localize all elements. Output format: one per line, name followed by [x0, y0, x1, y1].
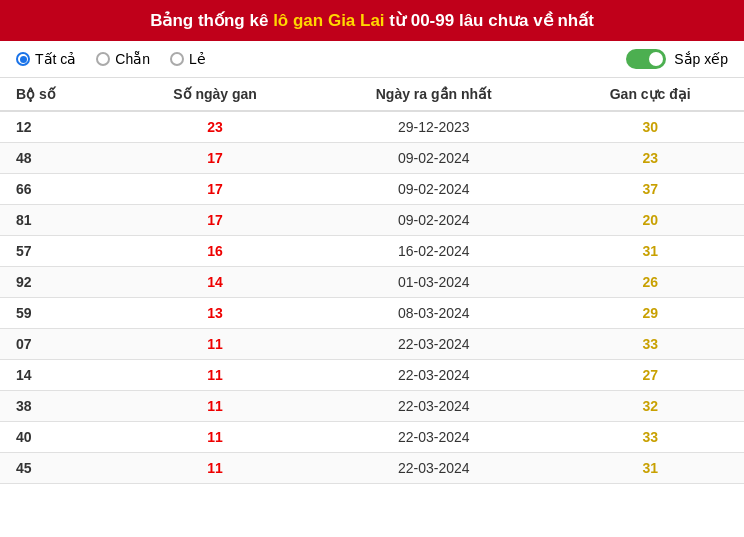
cell-so-ngay-gan: 11	[119, 329, 311, 360]
cell-bo-so: 66	[0, 174, 119, 205]
cell-ngay-ra: 09-02-2024	[311, 205, 557, 236]
cell-so-ngay-gan: 13	[119, 298, 311, 329]
cell-ngay-ra: 09-02-2024	[311, 143, 557, 174]
cell-ngay-ra: 09-02-2024	[311, 174, 557, 205]
table-row: 481709-02-202423	[0, 143, 744, 174]
cell-bo-so: 48	[0, 143, 119, 174]
cell-gan-cuc-dai: 31	[556, 453, 744, 484]
table-header-row: Bộ số Số ngày gan Ngày ra gần nhất Gan c…	[0, 78, 744, 111]
cell-ngay-ra: 22-03-2024	[311, 453, 557, 484]
cell-ngay-ra: 22-03-2024	[311, 329, 557, 360]
cell-so-ngay-gan: 11	[119, 422, 311, 453]
toggle-container: Sắp xếp	[626, 49, 728, 69]
cell-so-ngay-gan: 17	[119, 205, 311, 236]
radio-tat-ca[interactable]	[16, 52, 30, 66]
cell-gan-cuc-dai: 27	[556, 360, 744, 391]
cell-gan-cuc-dai: 26	[556, 267, 744, 298]
cell-bo-so: 92	[0, 267, 119, 298]
cell-gan-cuc-dai: 33	[556, 422, 744, 453]
cell-gan-cuc-dai: 31	[556, 236, 744, 267]
table-row: 122329-12-202330	[0, 111, 744, 143]
cell-gan-cuc-dai: 37	[556, 174, 744, 205]
filter-le-label: Lẻ	[189, 51, 206, 67]
cell-gan-cuc-dai: 29	[556, 298, 744, 329]
cell-bo-so: 57	[0, 236, 119, 267]
radio-le[interactable]	[170, 52, 184, 66]
cell-gan-cuc-dai: 23	[556, 143, 744, 174]
title-part2: từ 00-99 lâu chưa về nhất	[385, 11, 594, 30]
table-row: 811709-02-202420	[0, 205, 744, 236]
cell-so-ngay-gan: 11	[119, 360, 311, 391]
col-so-ngay-gan: Số ngày gan	[119, 78, 311, 111]
filter-bar: Tất cả Chẵn Lẻ Sắp xếp	[0, 41, 744, 78]
cell-ngay-ra: 22-03-2024	[311, 360, 557, 391]
col-gan-cuc-dai: Gan cực đại	[556, 78, 744, 111]
header: Bảng thống kê lô gan Gia Lai từ 00-99 lâ…	[0, 0, 744, 41]
cell-bo-so: 38	[0, 391, 119, 422]
cell-gan-cuc-dai: 33	[556, 329, 744, 360]
cell-so-ngay-gan: 16	[119, 236, 311, 267]
cell-bo-so: 81	[0, 205, 119, 236]
table-row: 401122-03-202433	[0, 422, 744, 453]
table-row: 661709-02-202437	[0, 174, 744, 205]
cell-so-ngay-gan: 17	[119, 174, 311, 205]
toggle-label: Sắp xếp	[674, 51, 728, 67]
cell-bo-so: 45	[0, 453, 119, 484]
filter-tat-ca-label: Tất cả	[35, 51, 76, 67]
cell-so-ngay-gan: 23	[119, 111, 311, 143]
cell-gan-cuc-dai: 30	[556, 111, 744, 143]
filter-tat-ca[interactable]: Tất cả	[16, 51, 76, 67]
cell-gan-cuc-dai: 32	[556, 391, 744, 422]
header-title: Bảng thống kê lô gan Gia Lai từ 00-99 lâ…	[16, 10, 728, 31]
radio-chan[interactable]	[96, 52, 110, 66]
cell-bo-so: 40	[0, 422, 119, 453]
table-row: 071122-03-202433	[0, 329, 744, 360]
cell-bo-so: 07	[0, 329, 119, 360]
toggle-switch[interactable]	[626, 49, 666, 69]
filter-le[interactable]: Lẻ	[170, 51, 206, 67]
cell-ngay-ra: 01-03-2024	[311, 267, 557, 298]
table-row: 451122-03-202431	[0, 453, 744, 484]
cell-ngay-ra: 16-02-2024	[311, 236, 557, 267]
cell-ngay-ra: 22-03-2024	[311, 391, 557, 422]
cell-gan-cuc-dai: 20	[556, 205, 744, 236]
filter-options: Tất cả Chẵn Lẻ	[16, 51, 206, 67]
cell-bo-so: 12	[0, 111, 119, 143]
table-row: 921401-03-202426	[0, 267, 744, 298]
cell-bo-so: 14	[0, 360, 119, 391]
table-row: 381122-03-202432	[0, 391, 744, 422]
cell-bo-so: 59	[0, 298, 119, 329]
cell-so-ngay-gan: 14	[119, 267, 311, 298]
table-row: 571616-02-202431	[0, 236, 744, 267]
col-ngay-ra: Ngày ra gần nhất	[311, 78, 557, 111]
cell-ngay-ra: 22-03-2024	[311, 422, 557, 453]
cell-so-ngay-gan: 17	[119, 143, 311, 174]
table-row: 141122-03-202427	[0, 360, 744, 391]
table-row: 591308-03-202429	[0, 298, 744, 329]
filter-chan[interactable]: Chẵn	[96, 51, 150, 67]
title-part1: Bảng thống kê	[150, 11, 273, 30]
cell-ngay-ra: 29-12-2023	[311, 111, 557, 143]
title-highlight: lô gan Gia Lai	[273, 11, 384, 30]
cell-ngay-ra: 08-03-2024	[311, 298, 557, 329]
data-table: Bộ số Số ngày gan Ngày ra gần nhất Gan c…	[0, 78, 744, 484]
filter-chan-label: Chẵn	[115, 51, 150, 67]
cell-so-ngay-gan: 11	[119, 453, 311, 484]
cell-so-ngay-gan: 11	[119, 391, 311, 422]
col-bo-so: Bộ số	[0, 78, 119, 111]
